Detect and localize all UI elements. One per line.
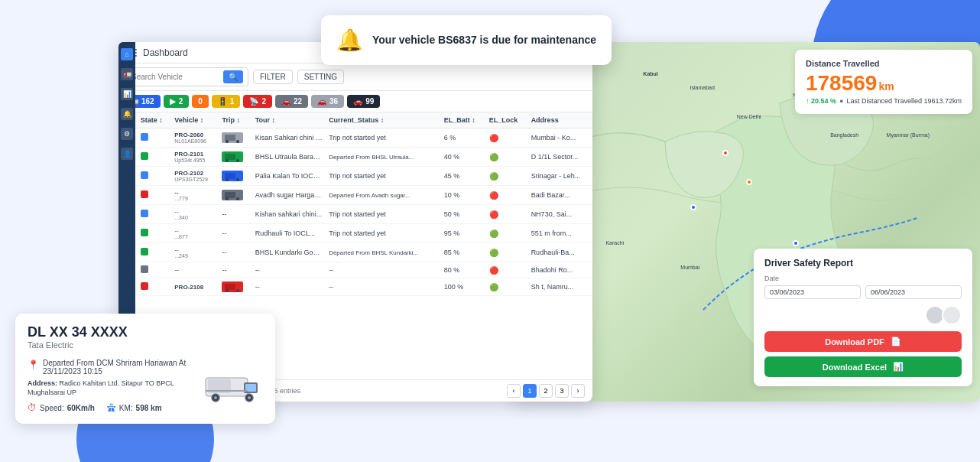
date-to-input[interactable] <box>865 285 962 299</box>
cell-state <box>138 224 172 243</box>
cell-tour: -- <box>252 278 326 296</box>
pill-nogps[interactable]: 📡 2 <box>243 95 272 108</box>
km-icon: 🛣 <box>107 402 116 413</box>
distance-card: Distance Travelled 178569 km ↑ 20.54 % ●… <box>795 50 972 114</box>
nav-user-icon[interactable]: 👤 <box>121 148 133 160</box>
vehicle-departed: 📍 Departed From DCM Shriram Hariawan At … <box>28 359 193 376</box>
cell-trip: -- <box>219 262 251 278</box>
pill-running-icon: ▶ <box>170 97 176 106</box>
cell-trip: -- <box>219 205 251 224</box>
cell-status: Departed From BHSL Kundarki... <box>326 243 441 262</box>
pill-idle-count: 0 <box>198 97 203 106</box>
pill-black[interactable]: 🚗 99 <box>347 95 380 108</box>
cell-tour: BHSL Utraula Barampur... <box>252 148 326 167</box>
speed-value: 60Km/h <box>67 404 95 412</box>
svg-rect-13 <box>225 192 235 198</box>
pill-inactive[interactable]: 🚗 22 <box>275 95 308 108</box>
pill-inactive-icon: 🚗 <box>281 97 290 106</box>
table-row[interactable]: 4 --...779 Avadh sugar Hargaon... Depart… <box>118 186 592 205</box>
svg-rect-1 <box>225 135 235 141</box>
next-page-btn[interactable]: › <box>571 384 585 398</box>
download-excel-label: Download Excel <box>823 363 887 372</box>
notification-bell-icon: 🔔 <box>336 28 363 53</box>
table-row[interactable]: 3 PRO-2102UPS3GT2529 Palia Kalan To IOCL… <box>118 167 592 186</box>
table-row[interactable]: 9 PRO-2108 -- -- 100 % 🟢 Sh t, Namru... <box>118 278 592 296</box>
cell-tour: Kisan Sahkari chini mills limited... <box>252 129 326 148</box>
cell-tour: -- <box>252 262 326 278</box>
table-row[interactable]: 1 PRO-2060NL01AE8096 Kisan Sahkari chini… <box>118 129 592 148</box>
map-dot-1 <box>690 204 696 210</box>
cell-state <box>138 186 172 205</box>
search-button[interactable]: 🔍 <box>223 70 243 83</box>
distance-value-row: 178569 km <box>806 71 962 96</box>
col-vehicle: Vehicle ↕ <box>171 112 219 129</box>
pill-stopped-icon: 🚦 <box>218 97 227 106</box>
prev-page-btn[interactable]: ‹ <box>507 384 521 398</box>
pill-running[interactable]: ▶ 2 <box>164 95 190 108</box>
pill-black-count: 99 <box>365 97 374 106</box>
page-2-btn[interactable]: 2 <box>539 384 553 398</box>
col-state: State ↕ <box>138 112 172 129</box>
cell-vehicle: PRO-2101Up534t 4955 <box>171 148 219 167</box>
cell-trip: -- <box>219 243 251 262</box>
cell-tour: Rudhauli To IOCL... <box>252 224 326 243</box>
cell-vehicle: --...340 <box>171 205 219 224</box>
cell-state <box>138 278 172 296</box>
pdf-icon: 📄 <box>891 337 901 346</box>
nav-gear-icon[interactable]: ⚙ <box>121 128 133 140</box>
cell-address: Rudhauli-Ba... <box>528 243 592 262</box>
speed-icon: ⏱ <box>28 402 37 413</box>
pill-stopped-count: 1 <box>230 97 235 106</box>
cell-battery: 10 % <box>441 186 486 205</box>
download-excel-button[interactable]: Download Excel 📊 <box>764 356 962 377</box>
cell-lock: 🔴 <box>486 262 528 278</box>
truck-illustration <box>202 369 263 403</box>
map-label-bangladesh: Bangladesh <box>830 132 858 138</box>
cell-lock: 🟢 <box>486 148 528 167</box>
page-3-btn[interactable]: 3 <box>555 384 569 398</box>
cell-battery: 95 % <box>441 224 486 243</box>
table-row[interactable]: 2 PRO-2101Up534t 4955 BHSL Utraula Baram… <box>118 148 592 167</box>
cell-tour: BHSL Kundarki Gonda... <box>252 243 326 262</box>
safety-avatar-row <box>764 305 962 325</box>
cell-trip: -- <box>219 224 251 243</box>
nav-bell-icon[interactable]: 🔔 <box>121 108 133 120</box>
pill-inactive-count: 22 <box>294 97 302 106</box>
setting-button[interactable]: SETTING <box>297 70 344 84</box>
download-pdf-button[interactable]: Download PDF 📄 <box>764 331 962 352</box>
table-row[interactable]: 6 --...877 -- Rudhauli To IOCL... Trip n… <box>118 224 592 243</box>
cell-battery: 40 % <box>441 148 486 167</box>
svg-point-18 <box>226 289 229 292</box>
svg-rect-5 <box>225 154 235 160</box>
cell-tour: Avadh sugar Hargaon... <box>252 186 326 205</box>
cell-battery: 85 % <box>441 243 486 262</box>
pill-stopped[interactable]: 🚦 1 <box>212 95 241 108</box>
nav-truck-icon[interactable]: 🚛 <box>121 68 133 80</box>
vehicle-card-header: DL XX 34 XXXX Tata Electric <box>28 324 263 356</box>
svg-rect-28 <box>206 390 248 392</box>
cell-status: Trip not started yet <box>326 167 441 186</box>
table-row[interactable]: 5 --...340 -- Kishan sahkari chini... Tr… <box>118 205 592 224</box>
svg-point-15 <box>236 197 239 200</box>
col-trip: Trip ↕ <box>219 112 251 129</box>
search-box: 🔍 <box>126 67 248 86</box>
vehicle-plate: DL XX 34 XXXX <box>28 324 128 340</box>
date-from-input[interactable] <box>764 285 861 299</box>
cell-battery: 100 % <box>441 278 486 296</box>
cell-address: Mumbai - Ko... <box>528 129 592 148</box>
page-1-btn[interactable]: 1 <box>523 384 537 398</box>
table-row[interactable]: 8 -- -- -- -- 80 % 🔴 Bhadohi Ro... <box>118 262 592 278</box>
distance-title: Distance Travelled <box>806 59 962 68</box>
speed-label: Speed: <box>40 404 64 412</box>
pill-offline[interactable]: 🚗 36 <box>311 95 344 108</box>
filter-button[interactable]: FILTER <box>253 70 293 84</box>
search-input[interactable] <box>131 73 220 81</box>
vehicle-type: Tata Electric <box>28 340 128 350</box>
svg-point-7 <box>236 159 239 162</box>
location-icon: 📍 <box>28 360 39 370</box>
pill-idle[interactable]: 0 <box>192 95 209 108</box>
cell-battery: 80 % <box>441 262 486 278</box>
table-row[interactable]: 7 --...249 -- BHSL Kundarki Gonda... Dep… <box>118 243 592 262</box>
nav-home-icon[interactable]: ⌂ <box>121 48 133 60</box>
nav-chart-icon[interactable]: 📊 <box>121 88 133 100</box>
